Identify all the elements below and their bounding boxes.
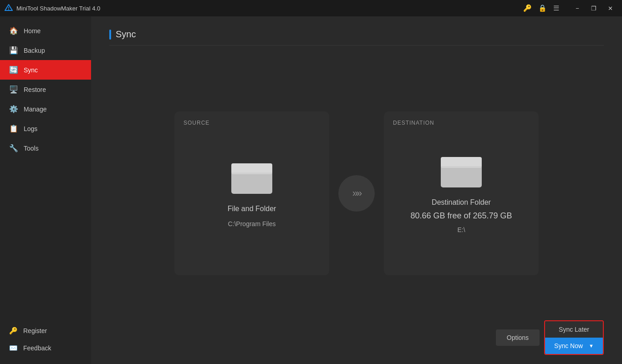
options-button[interactable]: Options [496,329,540,346]
svg-rect-12 [441,160,482,166]
sidebar: 🏠 Home 💾 Backup 🔄 Sync 🖥️ Restore ⚙️ Man… [0,16,91,364]
sync-now-button[interactable]: Sync Now ▼ [545,338,603,354]
sidebar-item-backup[interactable]: 💾 Backup [0,40,91,60]
sidebar-item-feedback[interactable]: ✉️ Feedback [0,339,91,357]
sidebar-label-register: Register [23,327,47,334]
menu-icon[interactable]: ☰ [553,4,559,12]
sync-later-button[interactable]: Sync Later [545,321,603,338]
sidebar-bottom: 🔑 Register ✉️ Feedback [0,322,91,364]
backup-icon: 💾 [9,46,18,55]
sidebar-item-sync[interactable]: 🔄 Sync [0,60,91,80]
page-header: Sync [109,29,604,46]
sidebar-label-manage: Manage [24,106,47,113]
tools-icon: 🔧 [9,144,18,152]
svg-point-2 [8,9,9,10]
destination-path: E:\ [457,226,465,233]
sidebar-label-home: Home [24,27,41,35]
source-section-label: SOURCE [184,120,209,126]
sync-icon: 🔄 [9,66,18,74]
arrow-symbol: »» [352,187,361,199]
lock-icon[interactable]: 🔒 [538,4,547,12]
destination-folder-label: Destination Folder [432,198,491,207]
logs-icon: 📋 [9,124,18,133]
restore-icon: 🖥️ [9,85,18,94]
source-folder-label: File and Folder [228,205,276,213]
window-controls: − ❐ ✕ [570,2,617,15]
action-bar: Options Sync Later Sync Now ▼ [496,320,604,355]
page-title-accent [109,30,111,40]
register-key-icon: 🔑 [9,327,18,335]
sidebar-item-manage[interactable]: ⚙️ Manage [0,99,91,119]
restore-button[interactable]: ❐ [586,2,601,15]
destination-folder-icon [441,153,482,187]
cards-area: SOURCE File and Folder C:\P [109,59,604,355]
minimize-button[interactable]: − [570,2,585,15]
arrow-connector: »» [338,175,375,212]
sidebar-label-tools: Tools [24,145,39,152]
app-logo-icon [5,4,13,12]
close-button[interactable]: ✕ [603,2,617,15]
sidebar-item-logs[interactable]: 📋 Logs [0,119,91,138]
source-folder-icon-wrap [231,160,272,196]
content-area: Sync SOURCE [91,16,622,364]
source-folder-icon [231,160,272,194]
sidebar-item-home[interactable]: 🏠 Home [0,21,91,40]
sync-now-label: Sync Now [554,342,583,349]
destination-folder-icon-wrap [441,153,482,189]
page-title: Sync [116,29,136,40]
sidebar-item-restore[interactable]: 🖥️ Restore [0,80,91,99]
main-layout: 🏠 Home 💾 Backup 🔄 Sync 🖥️ Restore ⚙️ Man… [0,16,622,364]
sidebar-item-tools[interactable]: 🔧 Tools [0,138,91,158]
sidebar-item-register[interactable]: 🔑 Register [0,322,91,339]
titlebar: MiniTool ShadowMaker Trial 4.0 🔑 🔒 ☰ − ❐… [0,0,622,16]
sidebar-label-feedback: Feedback [23,344,51,352]
titlebar-left: MiniTool ShadowMaker Trial 4.0 [5,4,100,12]
home-icon: 🏠 [9,26,18,35]
app-title: MiniTool ShadowMaker Trial 4.0 [16,5,100,12]
dropdown-arrow-icon: ▼ [589,343,594,349]
sync-dropdown: Sync Later Sync Now ▼ [544,320,604,355]
sidebar-label-restore: Restore [24,86,46,93]
destination-card[interactable]: DESTINATION Destination Folder 80.66 GB … [384,111,539,275]
feedback-mail-icon: ✉️ [9,344,18,352]
titlebar-controls: 🔑 🔒 ☰ − ❐ ✕ [523,2,617,15]
source-path: C:\Program Files [228,220,275,228]
destination-free-space: 80.66 GB free of 265.79 GB [410,211,512,221]
sidebar-label-logs: Logs [24,125,37,132]
svg-rect-7 [231,166,272,172]
sidebar-label-backup: Backup [24,47,45,54]
key-icon[interactable]: 🔑 [523,4,532,12]
destination-section-label: DESTINATION [393,120,434,126]
sidebar-label-sync: Sync [24,66,38,74]
manage-icon: ⚙️ [9,105,18,113]
source-card[interactable]: SOURCE File and Folder C:\P [174,111,329,275]
